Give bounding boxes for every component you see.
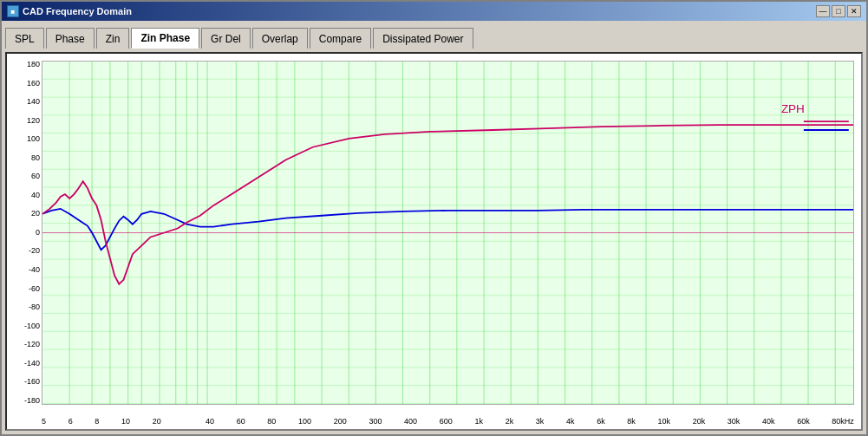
title-bar: ■ CAD Frequency Domain — □ ✕ [2,2,866,21]
y-label-n40: -40 [9,266,42,274]
x-label-1k: 1k [474,417,483,426]
chart-area: deg 180 160 140 120 100 80 60 40 20 0 -2… [5,52,863,431]
chart-svg: ZPH [42,62,853,404]
x-axis: 5 6 8 10 20 40 60 80 100 200 300 400 600… [42,417,854,426]
main-window: ■ CAD Frequency Domain — □ ✕ SPL Phase Z… [0,0,868,436]
x-label-10: 10 [121,417,130,426]
y-label-140: 140 [9,98,42,106]
chart-plot-area: ZPH [42,61,854,405]
tab-compare[interactable]: Compare [310,28,371,49]
y-label-n100: -100 [9,322,42,330]
minimize-button[interactable]: — [816,5,830,17]
y-label-n60: -60 [9,285,42,293]
y-label-n160: -160 [9,378,42,386]
x-label-40k: 40k [762,417,775,426]
title-bar-left: ■ CAD Frequency Domain [7,5,132,17]
y-label-0: 0 [9,229,42,237]
x-label-60k: 60k [797,417,810,426]
y-label-120: 120 [9,117,42,125]
x-label-600: 600 [440,417,453,426]
x-label-400: 400 [404,417,417,426]
x-label-5: 5 [42,417,46,426]
tab-zin-phase[interactable]: Zin Phase [131,28,199,49]
y-label-100: 100 [9,135,42,143]
tab-overlap[interactable]: Overlap [252,28,308,49]
y-label-n140: -140 [9,360,42,368]
y-label-20: 20 [9,210,42,218]
x-label-8k: 8k [627,417,636,426]
x-label-80: 80 [267,417,276,426]
x-label-200: 200 [334,417,347,426]
tab-gr-del[interactable]: Gr Del [201,28,251,49]
y-label-n80: -80 [9,303,42,311]
tab-dissipated-power[interactable]: Dissipated Power [373,28,473,49]
legend-text: ZPH [781,103,805,116]
tab-spl[interactable]: SPL [5,28,44,49]
y-label-40: 40 [9,192,42,199]
x-label-2k: 2k [506,417,514,426]
chart-container: deg 180 160 140 120 100 80 60 40 20 0 -2… [2,49,866,434]
close-button[interactable]: ✕ [847,5,861,17]
app-icon: ■ [7,5,19,17]
y-axis: 180 160 140 120 100 80 60 40 20 0 -20 -4… [9,61,42,405]
y-label-n120: -120 [9,341,42,348]
x-label-20: 20 [153,417,161,426]
y-label-80: 80 [9,154,42,162]
tab-zin[interactable]: Zin [96,28,130,49]
window-title: CAD Frequency Domain [23,6,132,16]
x-label-6: 6 [69,417,73,426]
title-buttons: — □ ✕ [816,5,861,17]
y-label-60: 60 [9,172,42,180]
y-label-160: 160 [9,80,42,88]
x-label-40: 40 [206,417,214,426]
tab-bar: SPL Phase Zin Zin Phase Gr Del Overlap C… [2,21,866,49]
x-label-30k: 30k [728,417,741,426]
x-label-10k: 10k [658,417,671,426]
tab-phase[interactable]: Phase [46,28,95,49]
x-label-20k: 20k [693,417,706,426]
y-label-180: 180 [9,61,42,68]
x-label-60: 60 [237,417,245,426]
x-label-4k: 4k [566,417,575,426]
maximize-button[interactable]: □ [832,5,845,17]
x-label-100: 100 [298,417,311,426]
x-label-300: 300 [369,417,382,426]
y-label-n20: -20 [9,247,42,255]
x-label-3k: 3k [536,417,545,426]
y-label-n180: -180 [9,397,42,405]
x-label-6k: 6k [597,417,605,426]
x-label-8: 8 [95,417,99,426]
x-label-80khz: 80kHz [832,417,854,426]
